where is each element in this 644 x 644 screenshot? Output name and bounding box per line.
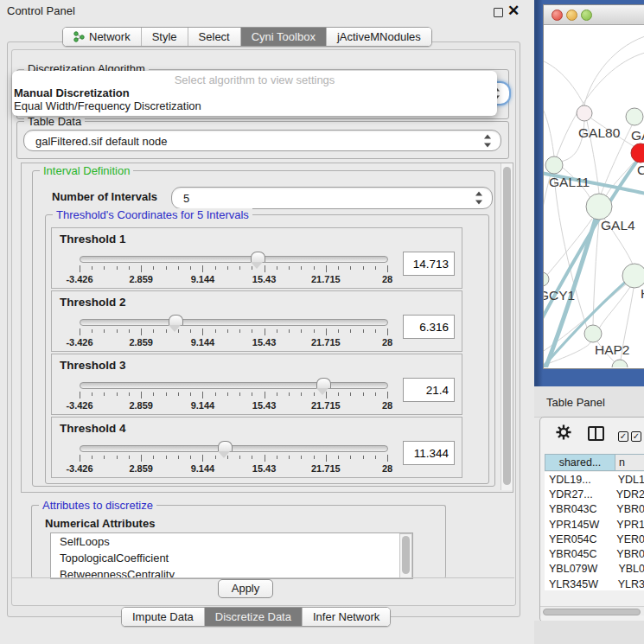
tick-label: -3.426 (66, 337, 92, 348)
vertical-scrollbar[interactable] (501, 163, 513, 490)
table-row[interactable]: YPR145WYPR1 (545, 517, 644, 532)
column-header-name[interactable]: n (615, 454, 644, 471)
network-node[interactable] (586, 194, 612, 220)
tab-infer-network[interactable]: Infer Network (302, 608, 390, 626)
tick-mark (338, 392, 339, 396)
close-traffic-light[interactable] (552, 10, 563, 21)
tick-label: 28 (382, 463, 392, 474)
tab-discretize-data[interactable]: Discretize Data (204, 608, 302, 626)
network-node-label: HAP2 (595, 342, 630, 357)
slider-ticks (80, 265, 387, 273)
tab-jactivemnodules[interactable]: jActiveMNodules (326, 28, 431, 46)
slider-track[interactable] (80, 445, 388, 452)
table-row[interactable]: YBL079WYBL0 (545, 562, 644, 577)
tick-mark (252, 266, 252, 270)
network-node[interactable] (626, 108, 643, 125)
network-node[interactable] (545, 156, 563, 174)
table-row[interactable]: YBR043CYBR0 (545, 502, 644, 517)
threshold-3-value-input[interactable] (403, 378, 455, 402)
table-settings-gear-icon[interactable] (556, 424, 571, 443)
threshold-2-value-input[interactable] (403, 315, 455, 339)
slider-thumb[interactable] (316, 378, 331, 388)
tick-label: 21.715 (311, 274, 341, 284)
slider-thumb[interactable] (251, 252, 265, 262)
tick-label: 9.144 (191, 337, 215, 348)
float-window-icon[interactable] (494, 8, 503, 17)
close-icon[interactable]: ✕ (507, 2, 520, 20)
tick-label: 9.144 (191, 400, 215, 411)
table-row[interactable]: YBR045CYBR0 (545, 546, 644, 561)
attribute-list-item[interactable]: SelfLoops (51, 533, 412, 550)
threshold-3-slider[interactable]: -3.4262.8599.14415.4321.71528 (80, 380, 388, 410)
slider-track[interactable] (80, 382, 388, 389)
tick-mark (350, 329, 351, 333)
tick-mark (301, 266, 302, 270)
table-cell: YDL1 (612, 474, 644, 486)
column-visibility-icons[interactable]: ✓✓ (618, 427, 644, 443)
network-canvas[interactable]: GAL80GACGAL11GAL4GCY1HHAP2 (544, 25, 644, 367)
slider-thumb[interactable] (169, 315, 183, 325)
table-row[interactable]: YDL19...YDL1 (545, 472, 644, 487)
table-row[interactable]: YDR27...YDR2 (545, 487, 644, 501)
popup-placeholder: Select algorithm to view settings (12, 73, 497, 86)
tab-impute-data[interactable]: Impute Data (122, 608, 204, 626)
apply-button[interactable]: Apply (218, 579, 273, 598)
network-node[interactable] (631, 143, 644, 163)
tick-mark (289, 329, 290, 333)
threshold-1-panel: Threshold 1 -3.4262.8599.14415.4321.7152… (51, 227, 462, 289)
attribute-list-item[interactable]: TopologicalCoefficient (51, 550, 412, 566)
scrollbar-thumb[interactable] (402, 536, 410, 574)
network-window-titlebar[interactable] (544, 5, 644, 25)
table-data-selected: galFiltered.sif default node (35, 134, 167, 147)
attributes-list-scrollbar[interactable] (399, 533, 412, 578)
tick-mark (80, 455, 80, 462)
table-row[interactable]: YER054CYER0 (545, 532, 644, 546)
checkbox-icon[interactable]: ✓ (618, 431, 628, 442)
tick-mark (117, 266, 118, 270)
tab-style[interactable]: Style (141, 28, 188, 46)
horizontal-scrollbar[interactable] (540, 606, 644, 615)
tick-mark (277, 266, 277, 270)
network-node[interactable] (612, 360, 628, 367)
numerical-attributes-list[interactable]: SelfLoopsTopologicalCoefficientBetweenne… (50, 532, 413, 579)
threshold-1-value-input[interactable] (403, 252, 455, 276)
network-node[interactable] (577, 105, 592, 121)
network-node[interactable] (622, 264, 644, 288)
network-node[interactable] (584, 325, 602, 342)
column-header-shared-name[interactable]: shared... (545, 454, 615, 471)
tick-label: 15.43 (252, 463, 277, 474)
tab-cyni-toolbox[interactable]: Cyni Toolbox (240, 28, 326, 46)
threshold-2-slider[interactable]: -3.4262.8599.14415.4321.71528 (80, 317, 388, 347)
tick-mark (375, 329, 376, 333)
tick-mark (350, 456, 351, 459)
tab-network[interactable]: Network (63, 28, 141, 46)
network-node-label: H (641, 286, 644, 301)
tab-select[interactable]: Select (188, 28, 240, 46)
table-row[interactable]: YLR345WYLR3 (545, 577, 644, 590)
table-header-row: shared... n (545, 454, 644, 471)
slider-track[interactable] (80, 256, 388, 263)
threshold-1-slider[interactable]: -3.4262.8599.14415.4321.71528 (80, 254, 388, 284)
table-cell: YDL19... (545, 474, 612, 486)
slider-track[interactable] (80, 319, 388, 326)
popup-option-equal-width[interactable]: Equal Width/Frequency Discretization (14, 99, 201, 112)
table-cell: YLR3 (612, 578, 644, 590)
network-node-label: GAL11 (549, 175, 590, 189)
number-of-intervals-combobox[interactable]: 5 (171, 187, 493, 209)
slider-thumb[interactable] (218, 441, 233, 451)
minimize-traffic-light[interactable] (566, 10, 577, 21)
checkbox-icon[interactable]: ✓ (631, 431, 641, 442)
tick-mark (239, 456, 240, 459)
tab-impute-data-label: Impute Data (132, 610, 194, 623)
table-data-combobox[interactable]: galFiltered.sif default node (23, 130, 501, 151)
tick-mark (227, 392, 228, 396)
interval-definition-group: Interval Definition Number of Intervals … (32, 170, 495, 487)
popup-option-manual[interactable]: Manual Discretization (14, 86, 130, 99)
split-view-icon[interactable] (588, 426, 604, 441)
scrollbar-thumb[interactable] (543, 609, 641, 615)
threshold-4-value-input[interactable] (403, 441, 455, 465)
table-panel-title: Table Panel (546, 396, 605, 409)
zoom-traffic-light[interactable] (581, 10, 592, 21)
threshold-4-slider[interactable]: -3.4262.8599.14415.4321.71528 (80, 443, 388, 473)
scrollbar-thumb[interactable] (503, 167, 511, 485)
